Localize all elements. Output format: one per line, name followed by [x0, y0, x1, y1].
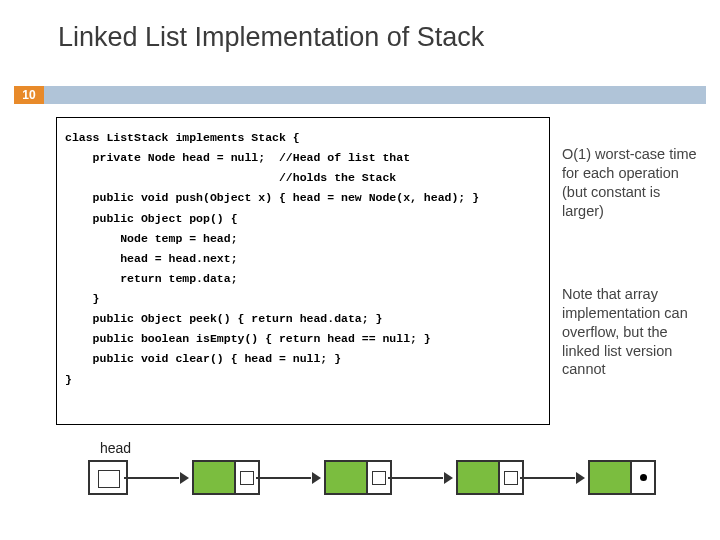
data-cell [458, 462, 500, 493]
arrow [264, 460, 319, 495]
null-pointer-cell [632, 462, 654, 493]
arrow [396, 460, 451, 495]
code-line: public void clear() { head = null; } [57, 349, 549, 369]
code-block: class ListStack implements Stack { priva… [56, 117, 550, 425]
linked-list-diagram [88, 460, 656, 499]
code-line: private Node head = null; //Head of list… [57, 148, 549, 168]
code-line: class ListStack implements Stack { [57, 128, 549, 148]
overflow-note: Note that array implementation can overf… [562, 285, 702, 379]
head-variable-box [88, 460, 128, 495]
title-underline-bar [14, 86, 706, 104]
slide-number-badge: 10 [14, 86, 44, 104]
code-line: //holds the Stack [57, 168, 549, 188]
arrow [528, 460, 583, 495]
next-pointer-cell [368, 462, 390, 493]
code-line: Node temp = head; [57, 229, 549, 249]
list-node [192, 460, 260, 495]
code-line: head = head.next; [57, 249, 549, 269]
list-node [324, 460, 392, 495]
complexity-note: O(1) worst-case time for each operation … [562, 145, 702, 220]
code-line: public Object peek() { return head.data;… [57, 309, 549, 329]
code-line: } [57, 289, 549, 309]
code-line: public Object pop() { [57, 209, 549, 229]
data-cell [590, 462, 632, 493]
data-cell [194, 462, 236, 493]
code-line: public void push(Object x) { head = new … [57, 188, 549, 208]
code-line: public boolean isEmpty() { return head =… [57, 329, 549, 349]
list-node-tail [588, 460, 656, 495]
null-terminator-icon [640, 474, 647, 481]
slide-title: Linked List Implementation of Stack [58, 22, 484, 53]
next-pointer-cell [500, 462, 522, 493]
list-node [456, 460, 524, 495]
arrow [132, 460, 187, 495]
next-pointer-cell [236, 462, 258, 493]
head-pointer-label: head [100, 440, 131, 456]
code-line: } [57, 370, 549, 390]
data-cell [326, 462, 368, 493]
code-line: return temp.data; [57, 269, 549, 289]
